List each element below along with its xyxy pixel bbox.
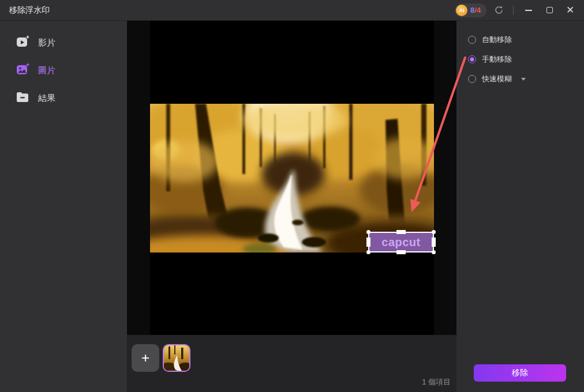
options-panel: 自動移除 手動移除 快速模糊 移除 bbox=[456, 21, 584, 392]
credits-total: /4 bbox=[474, 6, 481, 14]
resize-handle-top-right[interactable] bbox=[432, 230, 436, 234]
chevron-down-icon[interactable] bbox=[521, 78, 526, 81]
close-button[interactable]: ✕ bbox=[562, 2, 578, 18]
add-image-button[interactable]: + bbox=[132, 344, 159, 372]
radio-icon[interactable] bbox=[468, 55, 476, 63]
resize-handle-bottom[interactable] bbox=[396, 250, 406, 254]
option-quick-blur[interactable]: 快速模糊 bbox=[468, 69, 584, 89]
refresh-icon[interactable] bbox=[491, 3, 506, 18]
remove-button[interactable]: 移除 bbox=[474, 364, 566, 382]
resize-handle-bottom-left[interactable] bbox=[366, 250, 370, 254]
main-area: capcut + bbox=[127, 21, 456, 392]
titlebar-controls: AI 8/4 ✕ bbox=[455, 2, 578, 18]
maximize-icon bbox=[546, 7, 553, 13]
radio-icon[interactable] bbox=[468, 36, 476, 44]
resize-handle-top[interactable] bbox=[396, 230, 406, 234]
credits-counter: 8/4 bbox=[470, 6, 481, 14]
close-icon: ✕ bbox=[566, 5, 574, 15]
sidebar-item-result[interactable]: 結果 bbox=[0, 84, 127, 112]
ai-icon: AI bbox=[456, 5, 467, 16]
item-count-label: 1 個項目 bbox=[422, 377, 451, 387]
titlebar-divider bbox=[513, 6, 514, 15]
sidebar-item-label: 影片 bbox=[38, 37, 55, 48]
resize-handle-bottom-right[interactable] bbox=[432, 250, 436, 254]
option-label: 手動移除 bbox=[482, 54, 512, 65]
photo-stage: capcut bbox=[150, 21, 434, 335]
titlebar: 移除浮水印 AI 8/4 ✕ bbox=[0, 0, 584, 21]
minimize-icon bbox=[525, 10, 532, 11]
sidebar: 影片 圖片 bbox=[0, 21, 127, 392]
sidebar-item-label: 結果 bbox=[38, 93, 55, 104]
radio-icon[interactable] bbox=[468, 75, 476, 83]
option-label: 快速模糊 bbox=[482, 74, 512, 84]
watermark-text: capcut bbox=[381, 236, 420, 249]
option-manual-remove[interactable]: 手動移除 bbox=[468, 50, 584, 69]
sidebar-item-image[interactable]: 圖片 bbox=[0, 56, 127, 84]
app-window: 移除浮水印 AI 8/4 ✕ bbox=[0, 0, 584, 392]
ai-credits-badge[interactable]: AI 8/4 bbox=[455, 3, 486, 17]
option-auto-remove[interactable]: 自動移除 bbox=[468, 30, 584, 50]
resize-handle-top-left[interactable] bbox=[366, 230, 370, 234]
watermark-selection-box[interactable]: capcut bbox=[368, 232, 434, 252]
resize-handle-right[interactable] bbox=[432, 238, 436, 247]
option-label: 自動移除 bbox=[482, 35, 512, 45]
image-thumbnail[interactable] bbox=[163, 344, 190, 372]
editor-canvas[interactable]: capcut bbox=[127, 21, 456, 335]
loaded-photo bbox=[150, 104, 434, 252]
minimize-button[interactable] bbox=[521, 2, 537, 18]
image-icon bbox=[16, 63, 30, 78]
folder-icon bbox=[16, 91, 30, 105]
maximize-button[interactable] bbox=[541, 2, 557, 18]
sidebar-item-label: 圖片 bbox=[38, 65, 55, 76]
video-icon bbox=[16, 35, 30, 50]
filmstrip: + bbox=[127, 335, 456, 392]
window-title: 移除浮水印 bbox=[9, 5, 50, 16]
app-body: 影片 圖片 bbox=[0, 21, 584, 392]
sidebar-item-video[interactable]: 影片 bbox=[0, 29, 127, 56]
resize-handle-left[interactable] bbox=[366, 238, 370, 247]
